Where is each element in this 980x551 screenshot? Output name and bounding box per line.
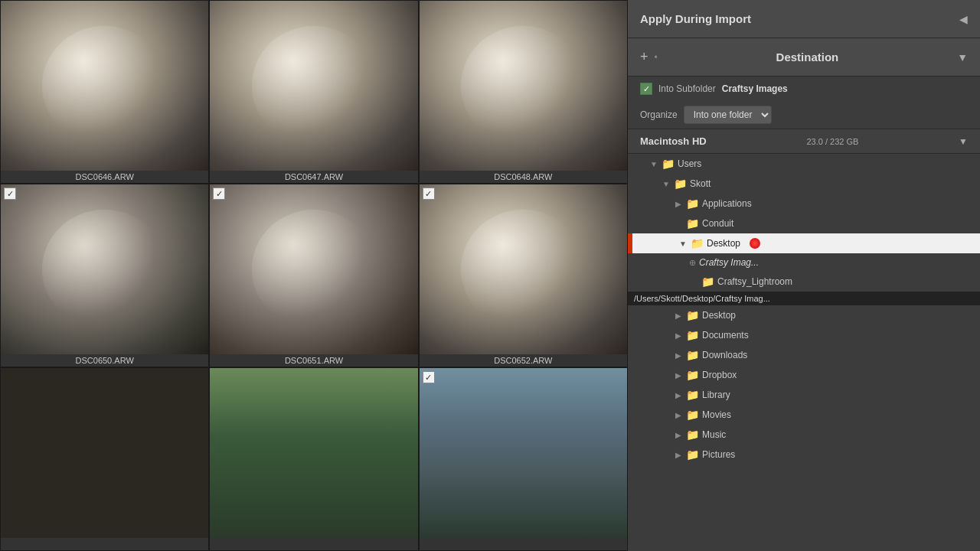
folder-library-icon: 📁	[686, 389, 699, 401]
music-label: Music	[702, 429, 726, 440]
photo-checkbox-9[interactable]: ✓	[423, 371, 435, 383]
apply-during-import-title: Apply During Import	[640, 12, 751, 25]
tree-item-movies[interactable]: ▶ 📁 Movies	[628, 405, 980, 425]
tree-item-pictures[interactable]: ▶ 📁 Pictures	[628, 445, 980, 465]
movies-label: Movies	[702, 409, 731, 420]
expand-dropbox-icon: ▶	[674, 371, 683, 380]
folder-music-icon: 📁	[686, 429, 699, 441]
photo-label-6: DSC0652.ARW	[420, 354, 627, 367]
folder-downloads-icon: 📁	[686, 349, 699, 361]
photo-thumb-8	[210, 368, 417, 538]
folder-desktop2-icon: 📁	[686, 309, 699, 321]
photo-cell-9[interactable]: ✓	[419, 367, 628, 551]
photo-thumb-3	[420, 1, 627, 171]
folder-skott-icon: 📁	[674, 178, 687, 190]
expand-desktop-icon: ▼	[678, 240, 688, 248]
folder-applications-icon: 📁	[686, 197, 699, 210]
tree-item-craftsy-lightroom[interactable]: ▶ 📁 Craftsy_Lightroom	[628, 272, 980, 292]
photo-cell-2[interactable]: DSC0647.ARW	[209, 0, 418, 184]
photo-cell-6[interactable]: ✓ DSC0652.ARW	[419, 184, 628, 367]
folder-craftsy-lr-icon: 📁	[701, 276, 714, 288]
photo-checkbox-5[interactable]: ✓	[213, 187, 225, 200]
photo-label-8	[210, 538, 417, 550]
separator: •	[655, 52, 658, 63]
photo-label-4: DSC0650.ARW	[1, 354, 208, 367]
apply-during-import-section: Apply During Import ◀	[628, 0, 980, 38]
expand-movies-icon: ▶	[674, 411, 683, 419]
destination-chevron-icon[interactable]: ▼	[957, 51, 968, 64]
photo-checkbox-4[interactable]: ✓	[4, 187, 16, 200]
photo-label-1: DSC0646.ARW	[1, 171, 208, 183]
tree-item-downloads[interactable]: ▶ 📁 Downloads	[628, 345, 980, 365]
conduit-label: Conduit	[702, 218, 733, 229]
photo-label-3: DSC0648.ARW	[420, 171, 627, 183]
photo-checkbox-6[interactable]: ✓	[423, 187, 435, 200]
expand-users-icon: ▼	[649, 160, 658, 168]
photo-thumb-6	[420, 184, 627, 354]
photo-cell-8[interactable]	[209, 367, 418, 551]
desktop2-label: Desktop	[702, 310, 736, 321]
tree-item-desktop[interactable]: ▼ 📁 Desktop	[628, 233, 980, 253]
drive-arrow-icon[interactable]: ▼	[959, 136, 968, 147]
file-tree: ▼ 📁 Users ▼ 📁 Skott ▶ 📁 Applications	[628, 154, 980, 551]
photo-cell-1[interactable]: DSC0646.ARW	[0, 0, 209, 184]
subfolder-checkbox[interactable]: ✓	[640, 83, 652, 95]
folder-desktop-icon: 📁	[691, 237, 704, 249]
pictures-label: Pictures	[702, 449, 735, 460]
photo-cell-4[interactable]: ✓ DSC0650.ARW	[0, 184, 209, 367]
tree-item-dropbox[interactable]: ▶ 📁 Dropbox	[628, 365, 980, 385]
craftsy-lightroom-label: Craftsy_Lightroom	[717, 276, 792, 287]
skott-label: Skott	[690, 178, 710, 189]
organize-select[interactable]: Into one folder	[684, 106, 772, 124]
tooltip-bar: /Users/Skott/Desktop/Craftsy Imag...	[628, 292, 980, 305]
photo-thumb-9	[420, 368, 627, 538]
expand-desktop2-icon: ▶	[674, 311, 683, 320]
destination-title: Destination	[776, 51, 839, 64]
destination-header: + • Destination ▼	[628, 38, 980, 77]
collapse-arrow-icon[interactable]: ◀	[959, 13, 968, 25]
photo-thumb-5	[210, 184, 417, 354]
organize-row: Organize Into one folder	[628, 101, 980, 129]
add-folder-button[interactable]: +	[640, 49, 648, 65]
tree-item-documents[interactable]: ▶ 📁 Documents	[628, 325, 980, 345]
expand-pictures-icon: ▶	[674, 451, 683, 459]
subfolder-row: ✓ Into Subfolder Craftsy Images	[628, 77, 980, 101]
photo-thumb-1	[1, 1, 208, 171]
downloads-label: Downloads	[702, 350, 747, 360]
tree-item-conduit[interactable]: ▶ 📁 Conduit	[628, 214, 980, 233]
folder-users-icon: 📁	[662, 158, 675, 170]
folder-conduit-icon: 📁	[686, 217, 699, 230]
drive-header[interactable]: Macintosh HD 23.0 / 232 GB ▼	[628, 129, 980, 154]
photo-cell-5[interactable]: ✓ DSC0651.ARW	[209, 184, 418, 367]
tooltip-text: /Users/Skott/Desktop/Craftsy Imag...	[634, 294, 770, 303]
photo-cell-7[interactable]	[0, 367, 209, 551]
subfolder-label: Into Subfolder	[658, 83, 716, 94]
photo-label-2: DSC0647.ARW	[210, 171, 417, 183]
photo-thumb-4	[1, 184, 208, 354]
photo-thumb-7	[1, 368, 208, 538]
folder-pictures-icon: 📁	[686, 448, 699, 461]
tree-item-craftsy-images[interactable]: ⊕ Craftsy Imag...	[628, 253, 980, 272]
right-panel: Apply During Import ◀ + • Destination ▼ …	[628, 0, 980, 551]
organize-label: Organize	[640, 109, 678, 120]
folder-documents-icon: 📁	[686, 329, 699, 341]
expand-skott-icon: ▼	[662, 180, 671, 188]
desktop-label: Desktop	[707, 238, 740, 249]
destination-left: + •	[640, 49, 658, 65]
expand-library-icon: ▶	[674, 391, 683, 399]
tree-item-applications[interactable]: ▶ 📁 Applications	[628, 194, 980, 214]
dropbox-label: Dropbox	[702, 370, 737, 380]
expand-downloads-icon: ▶	[674, 351, 683, 360]
photo-label-7	[1, 538, 208, 550]
folder-movies-icon: 📁	[686, 409, 699, 421]
tree-item-skott[interactable]: ▼ 📁 Skott	[628, 174, 980, 194]
expand-applications-icon: ▶	[674, 200, 683, 208]
tree-item-music[interactable]: ▶ 📁 Music	[628, 425, 980, 445]
expand-documents-icon: ▶	[674, 331, 683, 340]
tree-item-library[interactable]: ▶ 📁 Library	[628, 385, 980, 405]
drive-name: Macintosh HD	[640, 135, 707, 147]
tree-item-desktop2[interactable]: ▶ 📁 Desktop	[628, 305, 980, 325]
photo-label-5: DSC0651.ARW	[210, 354, 417, 367]
tree-item-users[interactable]: ▼ 📁 Users	[628, 154, 980, 174]
photo-cell-3[interactable]: DSC0648.ARW	[419, 0, 628, 184]
